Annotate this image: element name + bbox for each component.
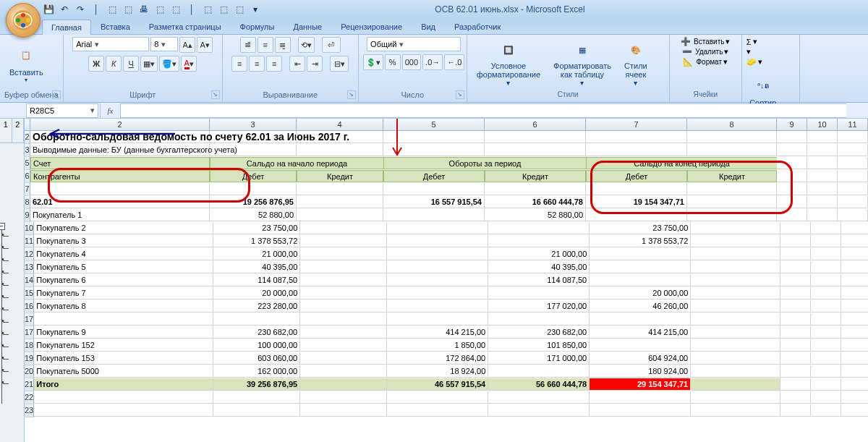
merge-center-button[interactable]: ⊟▾ bbox=[330, 56, 349, 72]
cell[interactable]: 230 682,00 bbox=[213, 326, 300, 339]
row-header[interactable]: 22 bbox=[25, 391, 34, 404]
cell[interactable]: Сальдо на конец периода bbox=[586, 157, 777, 169]
cell[interactable] bbox=[691, 326, 780, 339]
cell[interactable]: Счет bbox=[30, 157, 210, 169]
cell[interactable] bbox=[777, 209, 807, 221]
row-header[interactable]: 15 bbox=[25, 287, 34, 300]
cell[interactable] bbox=[297, 183, 383, 195]
cell[interactable]: Оборотно-сальдовая ведомость по счету 62… bbox=[30, 131, 210, 143]
cell[interactable] bbox=[586, 144, 687, 156]
fill-icon[interactable]: ▾ bbox=[746, 47, 751, 56]
cell[interactable]: 604 924,00 bbox=[590, 352, 691, 365]
insert-cells-button[interactable]: Вставить bbox=[694, 38, 724, 46]
clear-icon[interactable]: 🧽 bbox=[746, 57, 757, 67]
cell[interactable] bbox=[300, 391, 387, 404]
col-header[interactable]: 7 bbox=[586, 119, 687, 130]
cell[interactable]: 1 378 553,72 bbox=[213, 235, 300, 247]
cell[interactable] bbox=[488, 391, 590, 404]
col-header[interactable]: 5 bbox=[383, 119, 485, 130]
cell[interactable] bbox=[691, 300, 780, 313]
cell[interactable]: 46 557 915,54 bbox=[387, 378, 488, 391]
row-header[interactable]: 8 bbox=[25, 196, 30, 209]
qat-dropdown-icon[interactable]: ▾ bbox=[249, 3, 262, 16]
cell[interactable] bbox=[841, 378, 868, 391]
align-left-icon[interactable]: ≡ bbox=[231, 56, 247, 72]
percent-icon[interactable]: % bbox=[385, 54, 401, 70]
cell[interactable]: 20 000,00 bbox=[213, 287, 300, 299]
cell[interactable] bbox=[811, 339, 841, 352]
row-header[interactable]: 23 bbox=[25, 404, 34, 417]
qat-icon[interactable]: ⬚ bbox=[201, 3, 214, 16]
cell[interactable]: 230 682,00 bbox=[488, 326, 590, 339]
cell[interactable] bbox=[383, 183, 485, 195]
cell[interactable] bbox=[811, 222, 841, 234]
cell[interactable] bbox=[807, 209, 838, 221]
cell[interactable]: Покупатель 2 bbox=[34, 222, 213, 234]
outline-pane[interactable]: 1 2 − bbox=[0, 119, 25, 442]
cell[interactable]: Контрагенты bbox=[30, 170, 210, 182]
cell[interactable] bbox=[586, 183, 687, 195]
cell[interactable]: Итого bbox=[34, 378, 213, 391]
cell[interactable] bbox=[488, 404, 590, 417]
col-header[interactable]: 2 bbox=[30, 119, 210, 130]
cell[interactable]: 29 154 347,71 bbox=[590, 378, 691, 391]
cell[interactable]: 62.01 bbox=[30, 196, 210, 208]
cell[interactable] bbox=[488, 313, 590, 326]
qat-icon[interactable]: ⬚ bbox=[169, 3, 182, 16]
cell[interactable]: 46 260,00 bbox=[590, 300, 691, 313]
col-header[interactable]: 9 bbox=[777, 119, 807, 130]
cell[interactable] bbox=[387, 222, 488, 234]
cell[interactable] bbox=[780, 326, 811, 339]
align-right-icon[interactable]: ≡ bbox=[266, 56, 282, 72]
cell[interactable] bbox=[691, 261, 780, 273]
cell[interactable] bbox=[780, 222, 811, 234]
cell[interactable] bbox=[687, 209, 777, 221]
cell-styles-button[interactable]: 🎨Стили ячеек▾ bbox=[619, 38, 652, 89]
cell[interactable] bbox=[213, 391, 300, 404]
cell[interactable]: Выводимые данные: БУ (данные бухгалтерск… bbox=[30, 144, 210, 156]
cell[interactable] bbox=[300, 339, 387, 352]
tab-review[interactable]: Рецензирование bbox=[331, 19, 412, 34]
decrease-decimal-icon[interactable]: ←.0 bbox=[444, 54, 464, 70]
spreadsheet-grid[interactable]: 2 3 4 5 6 7 8 9 10 11 2Оборотно-сальдова… bbox=[25, 119, 868, 442]
accounting-format-icon[interactable]: 💲▾ bbox=[363, 54, 383, 70]
cell[interactable]: Обороты за период bbox=[383, 157, 586, 169]
cell[interactable] bbox=[488, 365, 590, 378]
cell[interactable]: 1 850,00 bbox=[387, 339, 488, 352]
cell[interactable] bbox=[300, 313, 387, 326]
cell[interactable] bbox=[780, 248, 811, 260]
cell[interactable] bbox=[590, 274, 691, 286]
cell[interactable] bbox=[780, 313, 811, 326]
cell[interactable] bbox=[300, 287, 387, 299]
cell[interactable] bbox=[488, 235, 590, 247]
row-header[interactable]: 13 bbox=[25, 261, 34, 274]
cell[interactable]: 180 924,00 bbox=[590, 365, 691, 378]
bold-button[interactable]: Ж bbox=[88, 56, 104, 72]
cell[interactable] bbox=[838, 196, 868, 208]
cell[interactable] bbox=[780, 300, 811, 313]
cell[interactable]: 414 215,00 bbox=[387, 326, 488, 339]
cell[interactable] bbox=[841, 326, 868, 339]
row-header[interactable]: 10 bbox=[25, 222, 34, 235]
dialog-launcher-icon[interactable]: ↘ bbox=[211, 90, 220, 99]
cell[interactable] bbox=[586, 209, 687, 221]
qat-icon[interactable]: ⬚ bbox=[217, 3, 230, 16]
tab-insert[interactable]: Вставка bbox=[91, 19, 140, 34]
cell[interactable]: Покупатель 152 bbox=[34, 339, 213, 352]
cell[interactable]: 172 864,00 bbox=[387, 352, 488, 365]
align-middle-icon[interactable]: ≡ bbox=[258, 37, 273, 53]
row-header[interactable]: 7 bbox=[25, 183, 30, 196]
cell[interactable] bbox=[691, 391, 780, 404]
cell[interactable]: 16 557 915,54 bbox=[383, 196, 485, 208]
row-header[interactable]: 18 bbox=[25, 339, 34, 352]
row-header[interactable]: 14 bbox=[25, 274, 34, 287]
align-top-icon[interactable]: ≡̄ bbox=[240, 37, 256, 53]
increase-indent-icon[interactable]: ⇥ bbox=[307, 56, 323, 72]
qat-icon[interactable]: ⬚ bbox=[233, 3, 246, 16]
cell[interactable] bbox=[841, 404, 868, 417]
cell[interactable] bbox=[210, 144, 297, 156]
cell[interactable] bbox=[841, 365, 868, 378]
cell[interactable]: Покупатель 8 bbox=[34, 300, 213, 313]
cell[interactable]: 18 924,00 bbox=[387, 365, 488, 378]
cell[interactable] bbox=[691, 248, 780, 260]
